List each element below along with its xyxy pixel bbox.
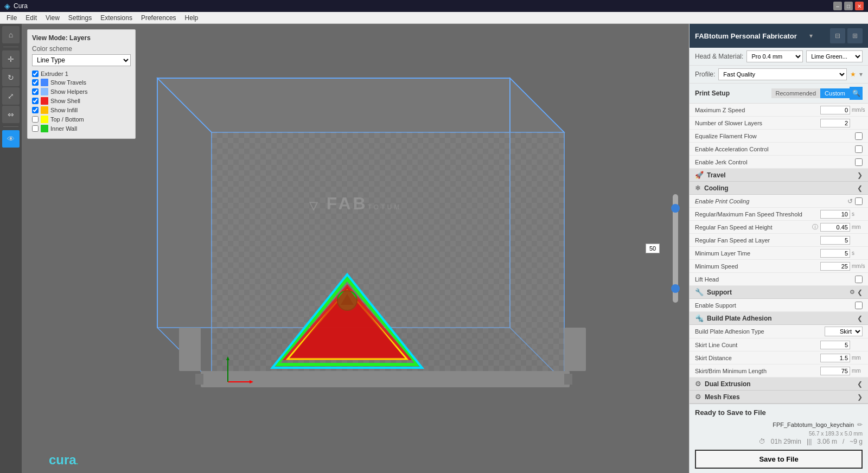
fan-speed-height-input[interactable] <box>820 223 850 232</box>
edit-icon[interactable]: ✏ <box>857 421 863 429</box>
layer-extruder1-checkbox[interactable] <box>32 71 39 77</box>
file-info-row: FPF_Fabtotum_logo_keychain ✏ <box>695 421 863 429</box>
skirt-brim-min-label: Skirt/Brim Minimum Length <box>695 368 820 374</box>
skirt-distance-input[interactable] <box>820 354 850 362</box>
jerk-control-checkbox[interactable] <box>855 158 863 166</box>
layer-helpers-color <box>41 88 48 95</box>
menu-help[interactable]: Help <box>181 13 203 23</box>
main-content: ⌂ ✛ ↻ ⤢ ⇔ 👁 <box>0 24 868 473</box>
layer-helpers-checkbox[interactable] <box>32 88 39 95</box>
skirt-count-input[interactable] <box>820 341 850 349</box>
menu-edit[interactable]: Edit <box>21 13 41 23</box>
support-section-header[interactable]: 🔧 Support ⚙ ❮ <box>690 286 868 299</box>
head-select[interactable]: Pro 0.4 mm <box>746 50 803 62</box>
network-icon-btn[interactable]: ⊟ <box>830 28 845 43</box>
scale-button[interactable]: ⤢ <box>2 87 20 105</box>
minimize-button[interactable]: – <box>833 2 842 10</box>
svg-rect-14 <box>564 374 572 385</box>
mesh-fixes-icon: ⚙ <box>695 393 701 401</box>
layer-shell-color <box>41 97 48 105</box>
menu-file[interactable]: File <box>2 13 21 23</box>
enable-support-label: Enable Support <box>695 302 855 309</box>
max-z-speed-input[interactable] <box>820 106 850 114</box>
maximize-button[interactable]: □ <box>844 2 853 10</box>
build-plate-section-header[interactable]: 🔩 Build Plate Adhesion ❮ <box>690 312 868 325</box>
cooling-reset-icon[interactable]: ↺ <box>847 197 853 205</box>
setting-max-z-speed: Maximum Z Speed mm/s <box>690 104 868 117</box>
layer-infill-color <box>41 106 48 114</box>
num-slower-layers-input[interactable] <box>820 119 850 127</box>
setting-adhesion-type: Build Plate Adhesion Type Skirt <box>690 325 868 338</box>
fan-speed-threshold-label: Regular/Maximum Fan Speed Threshold <box>695 211 820 218</box>
enable-cooling-checkbox[interactable] <box>855 197 863 205</box>
accel-control-checkbox[interactable] <box>855 145 863 153</box>
enable-cooling-label: Enable Print Cooling <box>695 198 847 204</box>
layer-shell-checkbox[interactable] <box>32 98 39 104</box>
profile-chevron[interactable]: ▾ <box>859 71 863 78</box>
file-dims: 56.7 x 189.3 x 5.0 mm <box>695 431 863 437</box>
material-select[interactable]: Lime Green... <box>806 50 863 62</box>
max-z-speed-unit: mm/s <box>852 107 863 113</box>
left-toolbar: ⌂ ✛ ↻ ⤢ ⇔ 👁 <box>0 24 22 473</box>
dual-extrusion-title: Dual Extrusion <box>705 380 857 388</box>
color-scheme-select[interactable]: Line Type <box>32 54 131 66</box>
layer-travels-checkbox[interactable] <box>32 79 39 86</box>
home-button[interactable]: ⌂ <box>2 26 20 43</box>
fan-speed-threshold-input[interactable] <box>820 210 850 219</box>
mirror-button[interactable]: ⇔ <box>2 106 20 123</box>
build-plate-arrow: ❮ <box>857 315 863 322</box>
setting-fan-speed-height: Regular Fan Speed at Height ⓘ mm <box>690 221 868 234</box>
travel-section-header[interactable]: 🚀 Travel ❯ <box>690 169 868 182</box>
cooling-arrow: ❮ <box>857 184 863 192</box>
layer-innerwall-checkbox[interactable] <box>32 125 39 132</box>
num-slower-layers-label: Number of Slower Layers <box>695 120 820 126</box>
fan-speed-layer-input[interactable] <box>820 236 850 245</box>
min-speed-label: Minimum Speed <box>695 263 820 270</box>
skirt-distance-unit: mm <box>852 355 863 361</box>
file-name: FPF_Fabtotum_logo_keychain <box>773 421 854 428</box>
enable-support-checkbox[interactable] <box>855 302 863 309</box>
printer-dropdown-arrow[interactable]: ▾ <box>809 32 813 40</box>
search-button[interactable]: 🔍 <box>850 87 863 100</box>
slider-top-handle[interactable] <box>671 204 680 213</box>
skirt-brim-min-input[interactable] <box>820 367 850 375</box>
fan-speed-threshold-unit: s <box>852 211 863 217</box>
mesh-fixes-section-header[interactable]: ⚙ Mesh Fixes ❯ <box>690 391 868 404</box>
min-layer-time-input[interactable] <box>820 249 850 258</box>
min-layer-time-unit: s <box>852 250 863 256</box>
slider-track <box>673 194 678 303</box>
profile-row: Profile: Fast Quality ★ ▾ <box>690 66 868 84</box>
layer-slider-container: 50 <box>673 194 678 303</box>
menu-view[interactable]: View <box>41 13 64 23</box>
move-button[interactable]: ✛ <box>2 50 20 68</box>
menu-extensions[interactable]: Extensions <box>96 13 137 23</box>
layer-topbottom-checkbox[interactable] <box>32 116 39 123</box>
profile-select[interactable]: Fast Quality <box>718 68 847 80</box>
accel-control-label: Enable Acceleration Control <box>695 146 855 152</box>
recommended-button[interactable]: Recommended <box>771 88 821 98</box>
cooling-section-header[interactable]: ❄ Cooling ❮ <box>690 182 868 195</box>
layer-topbottom-color <box>41 116 48 123</box>
viewport[interactable]: ▽ FABTOTUM View Mode: Layers Color schem… <box>22 24 689 473</box>
support-icon: 🔧 <box>695 288 704 296</box>
monitor-icon-btn[interactable]: ⊞ <box>847 28 863 43</box>
layer-extruder1: Extruder 1 <box>32 71 131 77</box>
slider-bottom-handle[interactable] <box>671 284 680 293</box>
setting-min-layer-time: Minimum Layer Time s <box>690 247 868 260</box>
equalize-flow-checkbox[interactable] <box>855 132 863 140</box>
menu-settings[interactable]: Settings <box>64 13 96 23</box>
layer-shell: Show Shell <box>32 97 131 105</box>
menu-preferences[interactable]: Preferences <box>137 13 181 23</box>
adhesion-type-select[interactable]: Skirt <box>825 327 863 336</box>
cura-logo: cura. <box>49 452 78 468</box>
dual-extrusion-section-header[interactable]: ⚙ Dual Extrusion ❮ <box>690 378 868 391</box>
custom-button[interactable]: Custom <box>820 88 850 98</box>
save-to-file-button[interactable]: Save to File <box>695 450 863 469</box>
close-button[interactable]: ✕ <box>855 2 864 10</box>
view-mode-button[interactable]: 👁 <box>2 130 20 148</box>
rotate-button[interactable]: ↻ <box>2 69 20 86</box>
lift-head-checkbox[interactable] <box>855 276 863 283</box>
layer-infill-checkbox[interactable] <box>32 107 39 113</box>
min-speed-input[interactable] <box>820 262 850 271</box>
cooling-icon: ❄ <box>695 184 701 192</box>
